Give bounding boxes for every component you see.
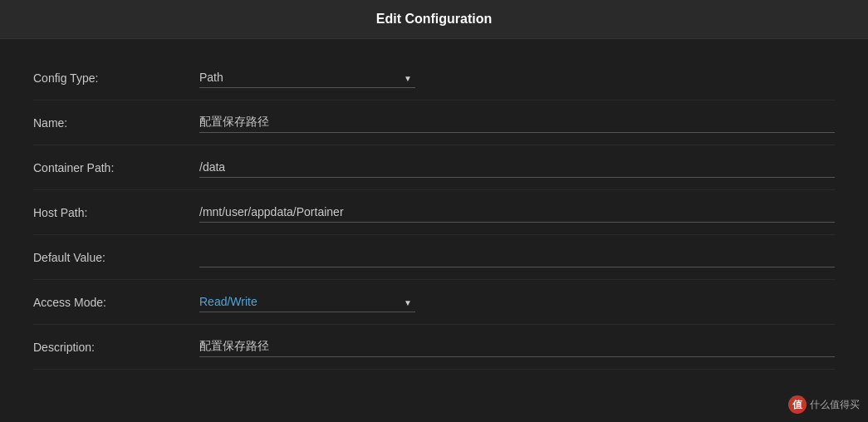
config-type-label: Config Type:: [33, 71, 199, 85]
edit-configuration-dialog: Edit Configuration Config Type: Path Vol…: [0, 0, 868, 422]
watermark-text: 什么值得买: [810, 398, 860, 412]
access-mode-label: Access Mode:: [33, 296, 199, 309]
description-control: [199, 336, 835, 357]
name-input[interactable]: [199, 112, 835, 133]
name-row: Name:: [33, 101, 835, 145]
config-type-select-wrapper[interactable]: Path Volume Environment Variable Label ▼: [199, 67, 415, 88]
access-mode-select[interactable]: Read/Write Read Only: [199, 292, 415, 312]
default-value-control: [199, 247, 835, 267]
access-mode-row: Access Mode: Read/Write Read Only ▼: [33, 280, 835, 325]
description-label: Description:: [33, 341, 199, 354]
config-type-select[interactable]: Path Volume Environment Variable Label: [199, 67, 415, 88]
watermark: 值 什么值得买: [788, 395, 860, 414]
container-path-control: [199, 157, 835, 178]
description-row: Description:: [33, 325, 835, 370]
host-path-label: Host Path:: [33, 206, 199, 219]
name-label: Name:: [33, 116, 199, 130]
config-type-row: Config Type: Path Volume Environment Var…: [33, 56, 835, 101]
name-control: [199, 112, 835, 133]
dialog-body: Config Type: Path Volume Environment Var…: [0, 39, 868, 422]
default-value-input[interactable]: [199, 247, 835, 267]
host-path-row: Host Path:: [33, 190, 835, 235]
default-value-label: Default Value:: [33, 251, 199, 264]
description-input[interactable]: [199, 336, 835, 357]
host-path-input[interactable]: [199, 202, 835, 223]
dialog-header: Edit Configuration: [0, 0, 868, 39]
default-value-row: Default Value:: [33, 235, 835, 280]
container-path-row: Container Path:: [33, 145, 835, 190]
access-mode-control: Read/Write Read Only ▼: [199, 292, 835, 312]
dialog-title: Edit Configuration: [376, 12, 493, 26]
config-type-control: Path Volume Environment Variable Label ▼: [199, 67, 835, 88]
watermark-badge: 值: [788, 395, 807, 414]
container-path-input[interactable]: [199, 157, 835, 178]
container-path-label: Container Path:: [33, 161, 199, 174]
access-mode-select-wrapper[interactable]: Read/Write Read Only ▼: [199, 292, 415, 312]
host-path-control: [199, 202, 835, 223]
